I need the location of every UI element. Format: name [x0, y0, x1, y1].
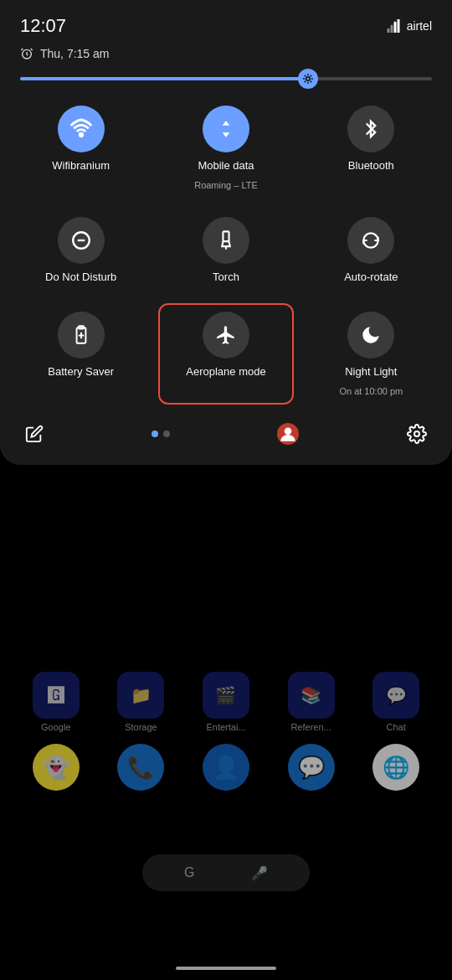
svg-point-25: [414, 431, 419, 436]
brightness-row[interactable]: [0, 70, 452, 97]
home-folder-chat: 💬 Chat: [372, 672, 419, 732]
svg-line-13: [305, 81, 306, 82]
tile-night-light[interactable]: Night Light On at 10:00 pm: [304, 303, 439, 405]
night-light-sublabel: On at 10:00 pm: [339, 386, 403, 396]
brightness-track[interactable]: [20, 77, 432, 80]
brightness-icon: [302, 73, 314, 85]
mobile-data-icon-circle: [203, 106, 249, 152]
svg-line-11: [311, 81, 311, 82]
bluetooth-icon: [362, 118, 380, 140]
user-button[interactable]: [277, 423, 299, 445]
tile-battery-saver[interactable]: Battery Saver: [13, 303, 148, 405]
svg-rect-17: [223, 231, 229, 241]
mobile-data-icon: [215, 118, 237, 140]
torch-icon-circle: [203, 217, 249, 264]
dnd-label: Do Not Disturb: [45, 271, 116, 285]
battery-saver-icon-circle: [58, 312, 105, 358]
auto-rotate-icon-circle: [347, 217, 394, 264]
brightness-fill: [20, 77, 308, 80]
home-app-snapchat: 👻: [33, 744, 80, 791]
home-app-phone: 📞: [117, 744, 164, 791]
svg-line-12: [311, 75, 311, 76]
edit-icon: [25, 425, 44, 443]
nav-bar: [176, 967, 276, 970]
aeroplane-icon: [215, 324, 237, 346]
notification-left: Thu, 7:15 am: [20, 47, 110, 60]
tile-dnd[interactable]: Do Not Disturb: [13, 209, 148, 293]
notification-date: Thu, 7:15 am: [40, 47, 110, 60]
status-right: airtel: [387, 19, 432, 33]
torch-icon: [217, 230, 235, 251]
home-screen-area: 🅶 Google 📁 Storage 🎬 Entertai... 📚 Refer…: [0, 662, 452, 980]
home-app-chrome: 🌐: [372, 744, 419, 791]
wifi-label: Wifibranium: [52, 159, 110, 173]
night-light-icon: [360, 324, 382, 346]
home-folders-row: 🅶 Google 📁 Storage 🎬 Entertai... 📚 Refer…: [0, 662, 452, 735]
svg-line-10: [305, 75, 306, 76]
page-dots: [152, 431, 170, 437]
alarm-icon: [20, 47, 33, 60]
home-apps-row: 👻 📞 👤 💬 🌐: [0, 735, 452, 799]
bluetooth-icon-circle: [347, 106, 394, 152]
brightness-thumb[interactable]: [298, 69, 318, 89]
settings-button[interactable]: [407, 424, 427, 444]
battery-saver-label: Battery Saver: [48, 365, 114, 379]
home-folder-google: 🅶 Google: [33, 672, 80, 732]
aeroplane-label: Aeroplane mode: [186, 365, 265, 379]
home-folder-reference: 📚 Referen...: [288, 672, 335, 732]
tile-wifi[interactable]: Wifibranium: [13, 97, 148, 199]
svg-point-14: [80, 133, 83, 137]
edit-button[interactable]: [25, 425, 44, 443]
svg-point-24: [285, 427, 292, 435]
wifi-icon-circle: [58, 106, 105, 152]
quick-settings-panel: 12:07 airtel Thu, 7:15 am: [0, 0, 452, 465]
battery-saver-icon: [71, 324, 91, 346]
night-light-icon-circle: [347, 312, 394, 358]
settings-icon: [407, 424, 427, 444]
home-folder-storage: 📁 Storage: [117, 672, 164, 732]
qs-bottom-bar: [0, 415, 452, 456]
dot-2: [163, 431, 170, 437]
status-time: 12:07: [20, 15, 66, 37]
dnd-icon-circle: [58, 217, 105, 264]
bluetooth-label: Bluetooth: [348, 159, 394, 173]
mobile-data-sublabel: Roaming – LTE: [194, 180, 258, 190]
signal-icon: [387, 19, 402, 33]
tile-torch[interactable]: Torch: [158, 209, 293, 293]
tile-mobile-data[interactable]: Mobile data Roaming – LTE: [158, 97, 293, 199]
notification-row: Thu, 7:15 am: [0, 44, 452, 70]
home-app-messages: 💬: [288, 744, 335, 791]
dot-1: [152, 431, 158, 437]
aeroplane-icon-circle: [203, 312, 249, 358]
auto-rotate-label: Auto-rotate: [344, 271, 398, 285]
svg-point-5: [306, 77, 311, 81]
carrier-name: airtel: [407, 19, 432, 33]
home-app-contacts: 👤: [203, 744, 249, 791]
quick-tiles-grid: Wifibranium Mobile data Roaming – LTE Bl…: [0, 97, 452, 415]
home-folder-entertain: 🎬 Entertai...: [203, 672, 249, 732]
tile-auto-rotate[interactable]: Auto-rotate: [304, 209, 439, 293]
home-search-bar: G 🎤: [142, 854, 310, 891]
user-icon: [277, 423, 299, 445]
status-bar: 12:07 airtel: [0, 0, 452, 44]
torch-label: Torch: [213, 271, 239, 285]
night-light-label: Night Light: [345, 365, 397, 379]
tile-bluetooth[interactable]: Bluetooth: [304, 97, 439, 199]
mobile-data-label: Mobile data: [198, 159, 254, 173]
dnd-icon: [70, 230, 92, 251]
tile-aeroplane[interactable]: Aeroplane mode: [158, 303, 293, 405]
auto-rotate-icon: [360, 230, 382, 251]
wifi-icon: [69, 117, 93, 141]
